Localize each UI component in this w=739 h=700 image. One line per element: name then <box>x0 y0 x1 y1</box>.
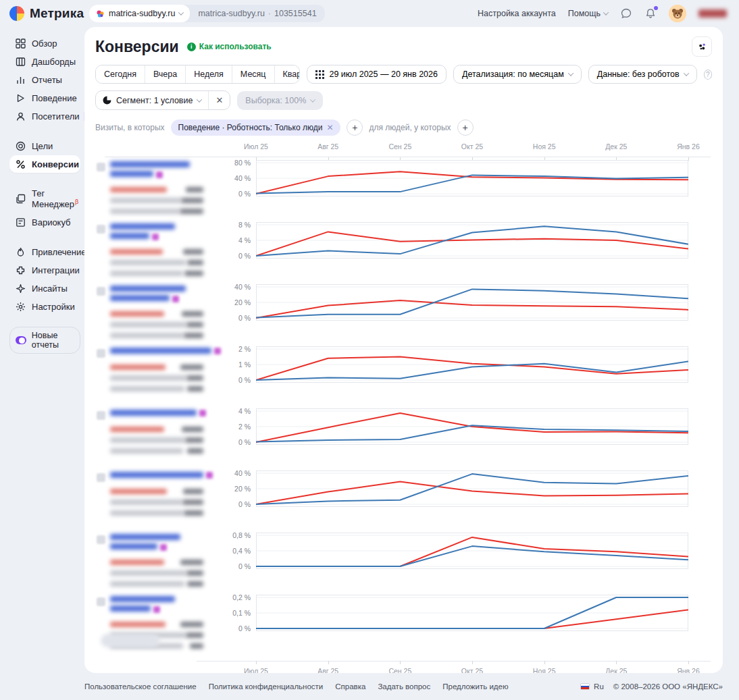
goal-edit-icon[interactable] <box>160 544 167 551</box>
language-switcher[interactable]: Ru <box>580 682 604 691</box>
footer-link[interactable]: Справка <box>335 682 365 691</box>
goal-title-redacted[interactable] <box>110 286 186 292</box>
goal-title-redacted[interactable] <box>110 596 175 602</box>
goal-title-redacted[interactable] <box>110 171 153 177</box>
goal-checkbox[interactable] <box>97 411 105 420</box>
goal-edit-icon[interactable] <box>199 410 206 416</box>
segment-dropdown[interactable]: Сегмент: 1 условие <box>96 92 208 109</box>
data-mode-dropdown[interactable]: Данные: без роботов <box>588 65 697 84</box>
goal-title-redacted[interactable] <box>110 543 157 549</box>
sidebar-item-отчеты[interactable]: Отчеты <box>9 71 80 88</box>
period-button-квартал[interactable]: Квартал <box>274 65 301 83</box>
goal-metric-redacted <box>110 510 203 516</box>
sidebar-item-label: Настройки <box>32 302 75 312</box>
conversion-chart[interactable]: 0 %0,1 %0,2 % <box>214 595 688 657</box>
segment-condition-chip[interactable]: Поведение · Роботность: Только люди ✕ <box>171 119 341 136</box>
goal-title-redacted[interactable] <box>110 534 180 540</box>
goal-title-redacted[interactable] <box>110 410 197 416</box>
footer-links: Пользовательское соглашениеПолитика конф… <box>84 682 509 691</box>
goal-edit-icon[interactable] <box>153 606 160 613</box>
period-button-неделя[interactable]: Неделя <box>185 65 232 83</box>
goal-title-redacted[interactable] <box>110 605 151 612</box>
sidebar-item-цели[interactable]: Цели <box>9 137 80 155</box>
counter-info[interactable]: matrica-sudbyy.ru · 103515541 <box>190 5 324 22</box>
sidebar-item-поведение[interactable]: Поведение <box>9 89 80 107</box>
avatar[interactable] <box>669 5 686 22</box>
metric-value-redacted <box>190 643 203 649</box>
rows-per-page-redacted[interactable] <box>101 634 160 647</box>
goal-edit-icon[interactable] <box>206 472 213 479</box>
footer-link[interactable]: Политика конфиденциальности <box>209 682 324 691</box>
goal-checkbox[interactable] <box>97 287 105 296</box>
goal-metric-redacted <box>110 570 203 576</box>
y-axis-tick-label: 0,2 % <box>213 593 251 601</box>
sampling-dropdown[interactable]: Выборка: 100% <box>237 91 323 110</box>
metric-value-redacted <box>180 365 203 370</box>
add-people-condition-button[interactable]: + <box>457 119 474 136</box>
period-button-вчера[interactable]: Вчера <box>145 65 185 83</box>
metrica-logo[interactable]: Метрика <box>9 6 85 21</box>
conversion-chart[interactable]: 0 %2 %4 % <box>214 408 688 470</box>
sidebar-item-посетители[interactable]: Посетители <box>9 107 80 125</box>
metric-label-redacted <box>110 311 164 317</box>
conversion-chart[interactable]: 0 %20 %40 % <box>214 470 688 533</box>
how-to-use-link[interactable]: i Как использовать <box>187 42 272 51</box>
question-help-icon[interactable]: ? <box>704 70 712 80</box>
goal-checkbox[interactable] <box>97 597 105 606</box>
sidebar-item-настройки[interactable]: Настройки <box>9 298 80 315</box>
goal-edit-icon[interactable] <box>172 296 179 302</box>
conversion-chart[interactable]: 0 %0,4 %0,8 % <box>214 533 688 595</box>
goal-title-redacted[interactable] <box>110 348 211 354</box>
detalization-dropdown[interactable]: Детализация: по месяцам <box>453 65 582 84</box>
goal-title-redacted[interactable] <box>110 295 170 301</box>
period-button-месяц[interactable]: Месяц <box>232 65 274 83</box>
goal-metric-redacted <box>110 365 203 370</box>
sidebar-item-конверсии[interactable]: Конверсии <box>9 155 80 173</box>
date-range-button[interactable]: 29 июл 2025 — 20 янв 2026 <box>307 65 446 84</box>
sidebar-item-привлечение[interactable]: Привлечение <box>9 243 80 261</box>
notifications-bell-icon[interactable] <box>644 7 657 20</box>
report-settings-button[interactable] <box>692 36 712 57</box>
help-menu[interactable]: Помощь <box>568 9 608 18</box>
goal-title-redacted[interactable] <box>110 161 190 167</box>
metric-label-redacted <box>110 386 184 392</box>
sidebar-item-тег-менеджер[interactable]: Тег Менеджерβ <box>9 185 80 213</box>
goal-title-redacted[interactable] <box>110 233 149 239</box>
metric-value-redacted <box>183 249 203 254</box>
sidebar-item-вариокуб[interactable]: Вариокуб <box>9 213 80 231</box>
goal-title-redacted[interactable] <box>110 472 203 478</box>
period-button-сегодня[interactable]: Сегодня <box>96 65 145 83</box>
footer-link[interactable]: Задать вопрос <box>378 682 430 691</box>
integrations-icon <box>15 265 26 275</box>
conversion-chart[interactable]: 0 %1 %2 % <box>214 346 688 408</box>
sidebar-item-обзор[interactable]: Обзор <box>9 34 80 52</box>
username-redacted[interactable] <box>698 9 727 18</box>
x-axis-tick-label: Сен 25 <box>376 142 424 151</box>
segment-clear-button[interactable]: ✕ <box>208 91 230 109</box>
sidebar-item-инсайты[interactable]: Инсайты <box>9 279 80 297</box>
new-reports-toggle[interactable]: Новые отчеты <box>9 327 80 354</box>
goal-checkbox[interactable] <box>97 349 105 358</box>
account-settings-link[interactable]: Настройка аккаунта <box>478 9 556 18</box>
goal-checkbox[interactable] <box>97 163 105 171</box>
footer-link[interactable]: Предложить идею <box>442 682 508 691</box>
chip-remove-icon[interactable]: ✕ <box>326 123 333 132</box>
conversion-chart[interactable]: 0 %40 %80 % <box>214 160 688 222</box>
reports-icon <box>15 74 26 85</box>
add-visit-condition-button[interactable]: + <box>347 119 363 136</box>
conversion-chart[interactable]: 0 %4 %8 % <box>214 222 688 284</box>
goal-checkbox[interactable] <box>97 535 105 544</box>
goal-title-redacted[interactable] <box>110 223 175 230</box>
sidebar-item-интеграции[interactable]: Интеграции <box>9 261 80 279</box>
goal-checkbox[interactable] <box>97 225 105 234</box>
metric-label-redacted <box>110 510 184 516</box>
counter-selector[interactable]: matrica-sudbyy.ru <box>89 5 190 22</box>
goal-edit-icon[interactable] <box>156 171 163 178</box>
footer-link[interactable]: Пользовательское соглашение <box>84 682 197 691</box>
sidebar-item-дашборды[interactable]: Дашборды <box>9 53 80 70</box>
goal-edit-icon[interactable] <box>152 234 159 240</box>
goal-metric-redacted <box>110 437 203 443</box>
goal-checkbox[interactable] <box>97 473 105 482</box>
chat-icon[interactable] <box>620 7 632 20</box>
conversion-chart[interactable]: 0 %20 %40 % <box>214 284 688 346</box>
